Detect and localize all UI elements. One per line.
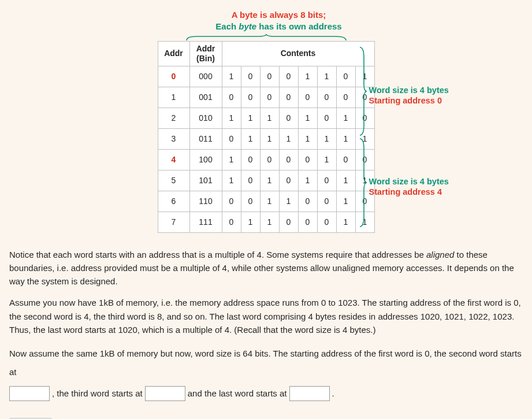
bit-cell: 1 — [241, 212, 260, 232]
question-row: Now assume the same 1kB of memory but no… — [9, 344, 523, 403]
bit-cell: 1 — [336, 128, 355, 149]
bit-cell: 0 — [279, 212, 298, 232]
bit-cell: 0 — [317, 191, 336, 212]
table-row: 711101100011 — [158, 212, 374, 232]
brace-top-icon — [185, 34, 347, 41]
bit-cell: 0 — [317, 87, 336, 107]
bit-cell: 0 — [279, 107, 298, 128]
bit-cell: 0 — [241, 149, 260, 170]
bit-cell: 0 — [241, 66, 260, 87]
table-row: 611000110010 — [158, 191, 374, 212]
bit-cell: 1 — [336, 191, 355, 212]
addr-dec-cell: 4 — [158, 149, 189, 170]
bit-cell: 1 — [317, 128, 336, 149]
bit-cell: 1 — [222, 107, 241, 128]
bit-cell: 0 — [241, 170, 260, 191]
addr-bin-cell: 101 — [189, 170, 222, 191]
bit-cell: 0 — [298, 212, 317, 232]
addr-bin-cell: 010 — [189, 107, 222, 128]
bit-cell: 1 — [336, 107, 355, 128]
col-addr: Addr — [158, 42, 189, 66]
bit-cell: 0 — [241, 87, 260, 107]
caption-line2: Each byte has its own address — [94, 21, 464, 32]
bit-cell: 1 — [279, 191, 298, 212]
bit-cell: 0 — [336, 149, 355, 170]
bit-cell: 0 — [279, 170, 298, 191]
bit-cell: 1 — [336, 170, 355, 191]
bit-cell: 0 — [222, 212, 241, 232]
paragraph-1: Notice that each word starts with an add… — [9, 248, 523, 288]
bit-cell: 0 — [222, 87, 241, 107]
bit-cell: 0 — [317, 170, 336, 191]
bit-cell: 0 — [260, 87, 279, 107]
bit-cell: 1 — [279, 128, 298, 149]
bit-cell: 1 — [317, 66, 336, 87]
addr-bin-cell: 011 — [189, 128, 222, 149]
bit-cell: 1 — [222, 66, 241, 87]
addr-dec-cell: 0 — [158, 66, 189, 87]
annotation-word0: Word size is 4 bytes Starting address 0 — [369, 85, 449, 106]
col-contents: Contents — [222, 42, 374, 66]
bit-cell: 0 — [279, 87, 298, 107]
table-row: 301101111111 — [158, 128, 374, 149]
question-text-3: and the last word starts at — [188, 384, 287, 403]
memory-diagram: A byte is always 8 bits; Each byte has i… — [81, 7, 451, 236]
bit-cell: 0 — [279, 149, 298, 170]
table-row: 000010001101 — [158, 66, 374, 87]
bit-cell: 1 — [336, 212, 355, 232]
diagram-caption: A byte is always 8 bits; Each byte has i… — [94, 9, 464, 32]
answer-input-3[interactable] — [289, 386, 330, 401]
bit-cell: 1 — [241, 107, 260, 128]
paragraph-2: Assume you now have 1kB of memory, i.e. … — [9, 296, 523, 336]
addr-dec-cell: 3 — [158, 128, 189, 149]
question-text-1: Now assume the same 1kB of memory but no… — [9, 344, 523, 381]
annotation-word1: Word size is 4 bytes Starting address 4 — [369, 176, 449, 197]
table-row: 201011101010 — [158, 107, 374, 128]
bit-cell: 0 — [222, 128, 241, 149]
bit-cell: 0 — [336, 66, 355, 87]
table-row: 510110101011 — [158, 170, 374, 191]
addr-dec-cell: 5 — [158, 170, 189, 191]
answer-input-1[interactable] — [9, 386, 50, 401]
bit-cell: 0 — [336, 87, 355, 107]
bit-cell: 1 — [260, 107, 279, 128]
bit-cell: 0 — [317, 107, 336, 128]
bit-cell: 1 — [298, 170, 317, 191]
brace-word1-icon — [359, 138, 367, 228]
bit-cell: 0 — [298, 149, 317, 170]
answer-input-2[interactable] — [145, 386, 185, 401]
bit-cell: 0 — [279, 66, 298, 87]
bit-cell: 0 — [241, 191, 260, 212]
bit-cell: 0 — [317, 212, 336, 232]
bit-cell: 0 — [260, 149, 279, 170]
bit-cell: 0 — [260, 66, 279, 87]
addr-bin-cell: 110 — [189, 191, 222, 212]
addr-bin-cell: 001 — [189, 87, 222, 107]
addr-dec-cell: 7 — [158, 212, 189, 232]
bit-cell: 1 — [260, 191, 279, 212]
addr-bin-cell: 100 — [189, 149, 222, 170]
bit-cell: 1 — [317, 149, 336, 170]
bit-cell: 1 — [241, 128, 260, 149]
bit-cell: 0 — [298, 87, 317, 107]
bit-cell: 1 — [260, 212, 279, 232]
table-row: 100100000000 — [158, 87, 374, 107]
table-row: 410010000100 — [158, 149, 374, 170]
bit-cell: 1 — [260, 170, 279, 191]
brace-word0-icon — [359, 46, 367, 136]
question-text-4: . — [332, 384, 334, 403]
caption-line1: A byte is always 8 bits; — [94, 9, 464, 21]
bit-cell: 1 — [298, 128, 317, 149]
bit-cell: 1 — [298, 66, 317, 87]
addr-bin-cell: 111 — [189, 212, 222, 232]
memory-table: Addr Addr (Bin) Contents 000010001101100… — [158, 41, 375, 233]
addr-bin-cell: 000 — [189, 66, 222, 87]
bit-cell: 1 — [222, 170, 241, 191]
addr-dec-cell: 1 — [158, 87, 189, 107]
bit-cell: 1 — [260, 128, 279, 149]
addr-dec-cell: 2 — [158, 107, 189, 128]
bit-cell: 0 — [298, 191, 317, 212]
question-text-2: , the third word starts at — [52, 384, 143, 403]
addr-dec-cell: 6 — [158, 191, 189, 212]
bit-cell: 0 — [222, 191, 241, 212]
